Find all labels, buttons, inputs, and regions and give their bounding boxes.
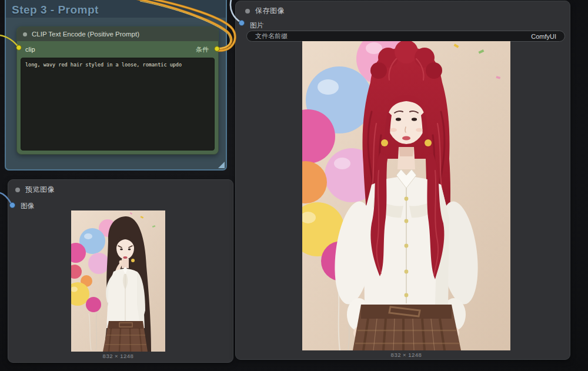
node-status-dot-icon [15,188,20,192]
preview-node-title: 预览图像 [25,185,55,195]
filename-prefix-label: 文件名前缀 [255,32,288,41]
saved-image-illustration [302,41,510,350]
preview-image-caption: 832 × 1248 [71,353,165,359]
preview-node-titlebar[interactable]: 预览图像 [8,180,233,197]
node-status-dot-icon [245,9,250,14]
image-input-label: 图像 [21,202,34,210]
preview-image [71,210,165,352]
saved-image-caption: 832 × 1248 [302,352,510,358]
prompt-textarea[interactable]: long, wavy red hair styled in a loose, r… [21,58,215,151]
node-status-dot-icon [23,32,27,36]
filename-prefix-value: ComfyUI [531,33,556,40]
filename-prefix-widget[interactable]: 文件名前缀 ComfyUI [246,31,565,42]
conditioning-output-label: 条件 [196,45,209,54]
node-clip-text-encode[interactable]: CLIP Text Encode (Positive Prompt) clip … [16,26,219,155]
group-resize-handle[interactable] [218,162,225,168]
save-node-titlebar[interactable]: 保存图像 [236,1,570,18]
comfyui-canvas[interactable]: Step 3 - Prompt CLIP Text Encode (Positi… [0,0,588,371]
node-save-image[interactable]: 保存图像 图片 文件名前缀 ComfyUI [235,1,570,360]
clip-node-title: CLIP Text Encode (Positive Prompt) [32,31,139,38]
prompt-text: long, wavy red hair styled in a loose, r… [25,62,210,68]
clip-node-titlebar[interactable]: CLIP Text Encode (Positive Prompt) [17,27,218,41]
group-title: Step 3 - Prompt [12,4,99,16]
preview-image-illustration [71,210,165,352]
clip-input-label: clip [25,46,35,53]
save-node-title: 保存图像 [255,6,285,16]
image-input-label: 图片 [250,21,263,30]
saved-image [302,41,510,350]
group-header[interactable]: Step 3 - Prompt [6,0,226,18]
node-preview-image[interactable]: 预览图像 图像 [8,179,233,363]
